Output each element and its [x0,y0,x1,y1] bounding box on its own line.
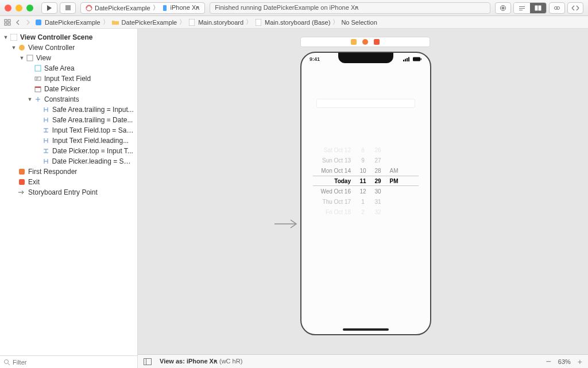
stop-button[interactable] [60,2,76,14]
crumb-4[interactable]: No Selection [341,19,377,26]
svg-rect-23 [27,55,33,61]
device-frame[interactable]: 9:41 Sat Oct 12826 Sun Oct 13927 Mon Oct… [300,52,431,335]
scheme-selector[interactable]: DatePickerExample 〉 iPhone Xʀ [80,2,205,14]
svg-rect-33 [405,59,406,62]
svg-rect-20 [256,19,261,26]
run-button[interactable] [41,2,57,14]
titlebar: DatePickerExample 〉 iPhone Xʀ Finished r… [0,0,588,16]
picker-row[interactable]: Thu Oct 17131 [313,196,419,207]
zoom-out-button[interactable]: − [546,357,551,367]
crumb-2[interactable]: Main.storyboard [198,19,243,26]
constraint-label: Date Picker.leading = Saf... [52,157,134,165]
canvas-bottom-bar: View as: iPhone Xʀ (wC hR) − 63% + [138,354,588,368]
close-window[interactable] [5,5,11,11]
picker-row[interactable]: Wed Oct 161230 [313,186,419,196]
exit-dock-icon[interactable] [374,39,380,45]
run-controls [41,2,76,14]
device-statusbar: 9:41 [301,55,430,63]
zoom-in-button[interactable]: + [578,357,582,366]
svg-rect-14 [5,20,7,22]
svg-rect-3 [163,5,167,11]
folder-icon [111,18,119,26]
constraint-row[interactable]: Safe Area.trailing = Date... [0,115,137,125]
svg-text:F: F [36,77,38,81]
svg-rect-15 [8,20,10,22]
toolbar-right [495,2,583,14]
entry-label: Storyboard Entry Point [28,188,98,196]
input-text-field[interactable] [316,99,415,108]
exit-label: Exit [28,178,40,186]
window-controls [5,5,33,11]
entry-point-row[interactable]: Storyboard Entry Point [0,187,137,197]
svg-rect-36 [413,57,420,61]
svg-rect-38 [144,358,152,365]
picker-row[interactable]: Sun Oct 13927 [313,155,419,165]
chevron-right-icon: 〉 [153,3,159,12]
text-field-label: Input Text Field [44,75,91,83]
crumb-0[interactable]: DatePickerExample [45,19,100,26]
text-field-row[interactable]: FInput Text Field [0,73,137,84]
signal-icon [403,57,411,61]
view-as-button[interactable]: View as: iPhone Xʀ (wC hR) [160,358,242,365]
svg-rect-7 [519,6,525,7]
code-review-button[interactable] [549,2,565,14]
zoom-level[interactable]: 63% [558,358,571,365]
outline-toggle-icon[interactable] [144,358,152,365]
svg-rect-19 [189,19,195,26]
constraint-row[interactable]: Safe Area.trailing = Input... [0,104,137,115]
picker-row-selected[interactable]: Today1129PM [313,176,419,186]
picker-row[interactable]: Sat Oct 12826 [313,145,419,155]
date-picker[interactable]: Sat Oct 12826 Sun Oct 13927 Mon Oct 1410… [313,145,419,217]
storyboard-icon [188,18,196,26]
crumb-3[interactable]: Main.storyboard (Base) [265,19,330,26]
constraint-label: Date Picker.top = Input T... [52,147,133,155]
view-controller-row[interactable]: ▼View Controller [0,42,137,53]
activity-status: Finished running DatePickerExample on iP… [210,2,490,14]
first-responder-dock-icon[interactable] [362,39,368,45]
crumb-1[interactable]: DatePickerExample [122,19,177,26]
nav-back-button[interactable] [14,18,22,26]
date-picker-row[interactable]: Date Picker [0,84,137,94]
standard-editor-button[interactable] [514,3,530,13]
picker-row[interactable]: Fri Oct 18232 [313,207,419,217]
minimize-window[interactable] [16,5,22,11]
assistant-editor-button[interactable] [530,3,546,13]
svg-rect-30 [19,179,25,185]
constraints-row[interactable]: ▼Constraints [0,94,137,104]
first-responder-label: First Responder [28,168,77,176]
svg-rect-35 [408,57,409,62]
storyboard-canvas[interactable]: 9:41 Sat Oct 12826 Sun Oct 13927 Mon Oct… [138,29,588,354]
library-button[interactable] [495,2,511,14]
nav-forward-button[interactable] [24,18,32,26]
zoom-window[interactable] [26,5,33,11]
constraint-label: Input Text Field.leading... [52,137,129,145]
svg-rect-39 [144,358,146,365]
filter-icon [3,359,10,366]
svg-rect-1 [65,5,71,10]
constraint-row[interactable]: Date Picker.top = Input T... [0,146,137,156]
svg-rect-9 [519,10,523,10]
scene-label: View Controller Scene [20,33,93,41]
status-time: 9:41 [310,56,320,62]
project-icon [34,18,42,26]
app-icon [86,5,92,11]
view-row[interactable]: ▼View [0,53,137,63]
outline-filter-bar [0,355,137,368]
constraint-label: Safe Area.trailing = Date... [52,116,133,124]
picker-row[interactable]: Mon Oct 141028AM [313,165,419,176]
outline-tree[interactable]: ▼View Controller Scene ▼View Controller … [0,29,137,355]
safe-area-row[interactable]: Safe Area [0,63,137,73]
inspectors-toggle-button[interactable] [567,2,583,14]
first-responder-row[interactable]: First Responder [0,166,137,177]
constraint-row[interactable]: Input Text Field.top = Saf... [0,125,137,135]
outline-filter-input[interactable] [13,359,134,366]
scene-dock[interactable] [300,37,430,47]
exit-row[interactable]: Exit [0,177,137,187]
scene-row[interactable]: ▼View Controller Scene [0,32,137,42]
constraint-row[interactable]: Date Picker.leading = Saf... [0,156,137,166]
constraint-row[interactable]: Input Text Field.leading... [0,135,137,146]
vc-dock-icon[interactable] [351,39,357,45]
related-items-icon[interactable] [3,18,11,26]
editor-mode-segment[interactable] [513,2,547,14]
view-as-value: iPhone Xʀ [187,358,218,365]
